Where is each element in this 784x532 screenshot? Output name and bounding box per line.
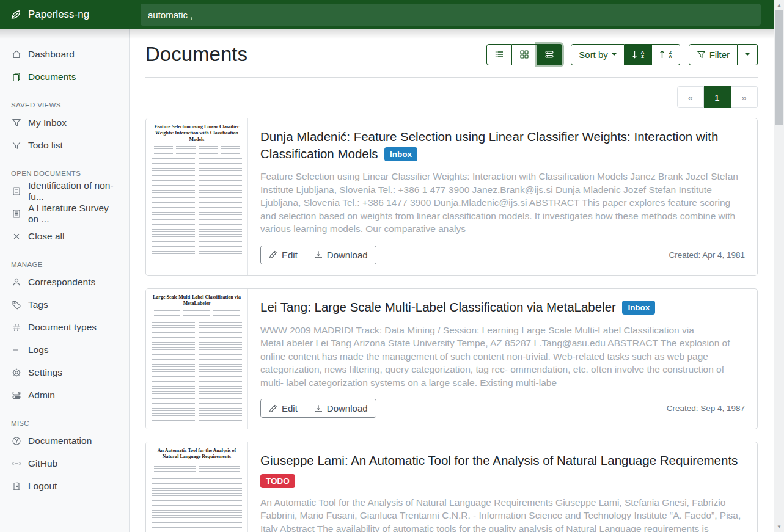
view-details-button[interactable] (537, 44, 562, 65)
sidebar-item-settings[interactable]: Settings (0, 361, 129, 384)
edit-button[interactable]: Edit (261, 399, 306, 417)
sort-alpha-down-icon (632, 50, 637, 59)
edit-label: Edit (282, 250, 298, 260)
sidebar-item-correspondents[interactable]: Correspondents (0, 271, 129, 293)
thumbnail-title: Feature Selection using Linear Classifie… (152, 124, 242, 143)
file-text-icon (11, 186, 21, 196)
sidebar-item-label: Tags (28, 299, 48, 310)
brand[interactable]: Paperless-ng (0, 9, 130, 21)
view-list-button[interactable] (486, 44, 512, 65)
chevron-down-icon (612, 53, 617, 56)
sidebar-item-label: Documentation (28, 435, 92, 446)
scrollbar-thumb[interactable] (775, 10, 783, 125)
download-label: Download (327, 250, 368, 260)
created-date: Created: Apr 4, 1981 (669, 250, 745, 260)
sidebar-item-open-doc-2[interactable]: A Literature Survey on ... (0, 202, 129, 225)
sidebar-item-label: GitHub (28, 458, 57, 469)
sidebar-item-open-doc-1[interactable]: Identification of non-fu... (0, 180, 129, 202)
document-snippet: Feature Selection using Linear Classifie… (260, 170, 745, 236)
gear-icon (11, 367, 21, 377)
search-input[interactable] (141, 4, 761, 26)
created-date: Created: Sep 4, 1987 (667, 404, 745, 413)
sidebar-item-label: Document types (28, 322, 97, 333)
sort-descending-button[interactable]: ZA (652, 44, 680, 65)
file-text-icon (11, 208, 21, 219)
view-grid-button[interactable] (512, 44, 537, 65)
sidebar-item-label: Logs (28, 344, 49, 355)
filter-dropdown-button[interactable] (738, 44, 758, 65)
question-circle-icon (11, 435, 21, 446)
text-lines-icon (11, 344, 21, 355)
sidebar-item-logout[interactable]: Logout (0, 475, 129, 497)
funnel-icon (697, 50, 706, 59)
sidebar-item-dashboard[interactable]: Dashboard (0, 43, 129, 65)
sidebar-item-logs[interactable]: Logs (0, 338, 129, 361)
sidebar-item-my-inbox[interactable]: My Inbox (0, 111, 129, 134)
sidebar-item-admin[interactable]: Admin (0, 384, 129, 406)
sort-ascending-button[interactable]: AZ (625, 44, 652, 65)
view-toggle-group (486, 44, 562, 65)
filter-label: Filter (709, 49, 730, 60)
sidebar-item-close-all[interactable]: Close all (0, 225, 129, 247)
sidebar-item-document-types[interactable]: Document types (0, 316, 129, 338)
document-card: An Automatic Tool for the Analysis of Na… (145, 442, 758, 532)
chevron-down-icon (745, 53, 750, 56)
sidebar-item-github[interactable]: GitHub (0, 452, 129, 475)
sort-by-dropdown[interactable]: Sort by (571, 44, 625, 65)
document-thumbnail[interactable]: Large Scale Multi-Label Classification v… (146, 289, 248, 429)
tag-icon (11, 299, 21, 310)
edit-button[interactable]: Edit (261, 246, 306, 264)
document-snippet: An Automatic Tool for the Analysis of Na… (260, 496, 745, 532)
sidebar-item-label: Identification of non-fu... (28, 180, 118, 202)
door-icon (11, 481, 21, 491)
document-thumbnail[interactable]: Feature Selection using Linear Classifie… (146, 118, 248, 275)
leaf-logo-icon (10, 9, 22, 21)
pagination-page-1-button[interactable]: 1 (704, 86, 731, 108)
sidebar: Dashboard Documents SAVED VIEWS My Inbox… (0, 29, 130, 532)
download-label: Download (327, 403, 368, 414)
sidebar-item-label: Documents (28, 71, 76, 82)
sidebar-item-tags[interactable]: Tags (0, 293, 129, 316)
sidebar-item-todo-list[interactable]: Todo list (0, 134, 129, 156)
sidebar-item-label: Todo list (28, 140, 63, 151)
download-button[interactable]: Download (306, 399, 376, 417)
thumbnail-title: An Automatic Tool for the Analysis of Na… (152, 448, 242, 461)
details-view-icon (544, 49, 554, 59)
pagination-next-button[interactable]: » (731, 86, 758, 108)
sort-group: Sort by AZ ZA (571, 44, 680, 65)
download-button[interactable]: Download (306, 246, 376, 264)
filter-group: Filter (689, 44, 758, 65)
tag-badge-todo[interactable]: TODO (260, 474, 295, 488)
link-icon (11, 458, 21, 468)
filter-button[interactable]: Filter (689, 44, 738, 65)
title-divider (145, 77, 758, 78)
sidebar-section-misc: MISC (0, 415, 129, 429)
scroll-down-icon[interactable]: ▼ (774, 524, 784, 530)
documents-toolbar: Sort by AZ ZA (486, 44, 758, 65)
scroll-up-icon[interactable]: ▲ (774, 2, 784, 8)
sidebar-item-label: My Inbox (28, 117, 67, 128)
sidebar-item-label: A Literature Survey on ... (28, 203, 118, 225)
thumbnail-title: Large Scale Multi-Label Classification v… (152, 294, 242, 307)
document-title-link[interactable]: Dunja Mladenić: Feature Selection using … (260, 129, 718, 161)
sidebar-item-label: Correspondents (28, 277, 95, 288)
vertical-scrollbar[interactable]: ▲ ▼ (774, 0, 784, 532)
sidebar-item-documentation[interactable]: Documentation (0, 429, 129, 452)
tag-badge-inbox[interactable]: Inbox (622, 301, 655, 315)
card-action-group: Edit Download (260, 399, 376, 418)
tag-badge-inbox[interactable]: Inbox (384, 147, 417, 161)
pagination-prev-button[interactable]: « (677, 86, 704, 108)
download-icon (314, 404, 323, 413)
page-title: Documents (145, 43, 247, 66)
document-title-link[interactable]: Lei Tang: Large Scale Multi-Label Classi… (260, 300, 616, 314)
x-icon (11, 231, 21, 241)
thumbnail-authors (154, 464, 240, 472)
document-thumbnail[interactable]: An Automatic Tool for the Analysis of Na… (146, 442, 248, 532)
thumbnail-authors (154, 310, 240, 319)
document-title-link[interactable]: Giuseppe Lami: An Automatic Tool for the… (260, 453, 738, 467)
sidebar-section-saved-views: SAVED VIEWS (0, 97, 129, 111)
edit-label: Edit (282, 403, 298, 414)
thumbnail-authors (154, 146, 240, 155)
brand-name: Paperless-ng (28, 9, 89, 21)
sidebar-item-documents[interactable]: Documents (0, 65, 129, 88)
